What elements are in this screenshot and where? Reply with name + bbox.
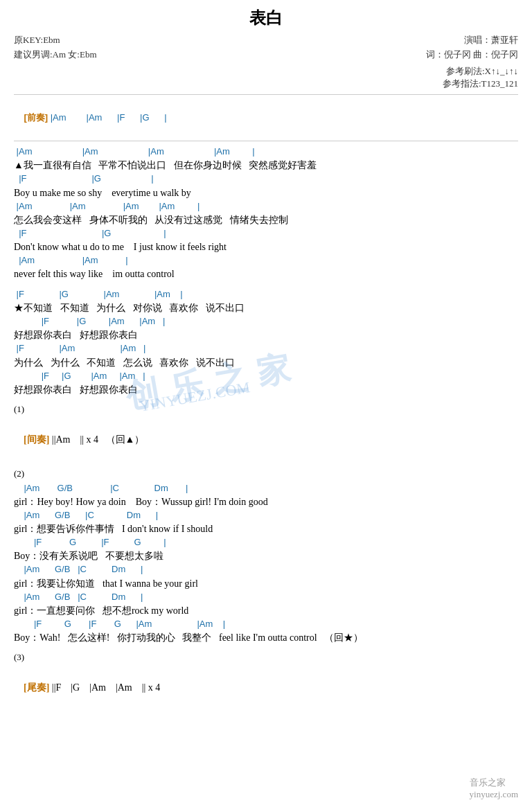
divider2 bbox=[14, 141, 518, 141]
v1-lyric5: never felt this way like im outta contro… bbox=[14, 267, 518, 281]
prelude-label: [前奏] bbox=[24, 112, 48, 123]
bottom-brand: 音乐之家 yinyuezj.com bbox=[470, 777, 518, 800]
prelude-chords: |Am |Am |F |G | bbox=[48, 112, 166, 123]
brand-line2: yinyuezj.com bbox=[470, 789, 518, 800]
v1-chord4: |F |G | bbox=[14, 227, 518, 240]
v2-chord1: |Am G/B |C Dm | bbox=[14, 482, 518, 495]
v2-lyric6: Boy：Wah! 怎么这样! 你打动我的心 我整个 feel like I'm … bbox=[14, 630, 518, 645]
cho-lyric2: 好想跟你表白 好想跟你表白 bbox=[14, 328, 518, 342]
v1-chord1: |Am |Am |Am |Am | bbox=[14, 145, 518, 158]
v2-chord2: |Am G/B |C Dm | bbox=[14, 509, 518, 522]
header-left: 原KEY:Ebm 建议男调:Am 女:Ebm bbox=[14, 33, 97, 62]
cho-chord4: |F |G |Am |Am | bbox=[14, 370, 518, 382]
lyricist-label: 词：倪子冈 曲：倪子冈 bbox=[426, 48, 518, 62]
v1-chord5: |Am |Am | bbox=[14, 254, 518, 267]
interlude-chords: ||Am || x 4 （回▲） bbox=[49, 434, 144, 445]
ref-box: 参考刷法:X↑↓_↓↑↓ 参考指法:T123_121 bbox=[14, 65, 518, 90]
verse2-section: (2) |Am G/B |C Dm | girl：Hey boy! How ya… bbox=[14, 468, 518, 645]
cho-chord3: |F |Am |Am | bbox=[14, 342, 518, 355]
v1-chord3: |Am |Am |Am |Am | bbox=[14, 200, 518, 213]
v2-chord5: |Am G/B |C Dm | bbox=[14, 591, 518, 603]
v2-lyric3: Boy：没有关系说吧 不要想太多啦 bbox=[14, 549, 518, 563]
outro-label: [尾奏] bbox=[24, 682, 49, 693]
cho-lyric3: 为什么 为什么 不知道 怎么说 喜欢你 说不出口 bbox=[14, 355, 518, 370]
header-area: 原KEY:Ebm 建议男调:Am 女:Ebm 演唱：萧亚轩 词：倪子冈 曲：倪子… bbox=[14, 33, 518, 62]
v1-lyric1: ▲我一直很有自信 平常不怕说出口 但在你身边时候 突然感觉好害羞 bbox=[14, 158, 518, 172]
prelude-line: [前奏] |Am |Am |F |G | bbox=[14, 99, 518, 137]
outro-num: (3) bbox=[14, 652, 518, 663]
v2-lyric1: girl：Hey boy! How ya doin Boy：Wussup gir… bbox=[14, 495, 518, 509]
v1-lyric2: Boy u make me so shy everytime u walk by bbox=[14, 186, 518, 200]
v1-lyric3: 怎么我会变这样 身体不听我的 从没有过这感觉 情绪失去控制 bbox=[14, 213, 518, 227]
outro-chords: ||F |G |Am |Am || x 4 bbox=[49, 682, 160, 693]
v2-chord3: |F G |F G | bbox=[14, 536, 518, 549]
cho-chord1: |F |G |Am |Am | bbox=[14, 288, 518, 301]
v2-lyric5: girl：一直想要问你 想不想rock my world bbox=[14, 603, 518, 618]
v2-chord4: |Am G/B |C Dm | bbox=[14, 563, 518, 576]
prelude-section: [前奏] |Am |Am |F |G | bbox=[14, 99, 518, 137]
ref-finger: 参考指法:T123_121 bbox=[14, 78, 518, 90]
verse2-num: (2) bbox=[14, 468, 518, 479]
brand-line1: 音乐之家 bbox=[470, 777, 518, 789]
cho-chord2: |F |G |Am |Am | bbox=[14, 315, 518, 328]
divider bbox=[14, 94, 518, 95]
chorus-section: |F |G |Am |Am | ★不知道 不知道 为什么 对你说 喜欢你 说不出… bbox=[14, 288, 518, 397]
singer-label: 演唱：萧亚轩 bbox=[426, 33, 518, 48]
interlude-line: [间奏] ||Am || x 4 （回▲） bbox=[14, 418, 518, 461]
ref-strum: 参考刷法:X↑↓_↓↑↓ bbox=[14, 65, 518, 78]
interlude-section: (1) [间奏] ||Am || x 4 （回▲） bbox=[14, 404, 518, 461]
v2-lyric2: girl：想要告诉你件事情 I don't know if I should bbox=[14, 522, 518, 536]
interlude-label: [间奏] bbox=[24, 434, 49, 445]
v1-lyric4: Don't know what u do to me I just know i… bbox=[14, 240, 518, 254]
outro-line: [尾奏] ||F |G |Am |Am || x 4 bbox=[14, 666, 518, 709]
v2-chord6: |F G |F G |Am |Am | bbox=[14, 618, 518, 630]
suggestion-label: 建议男调:Am 女:Ebm bbox=[14, 48, 97, 62]
interlude-num: (1) bbox=[14, 404, 518, 415]
outro-section: (3) [尾奏] ||F |G |Am |Am || x 4 bbox=[14, 652, 518, 709]
v1-chord2: |F |G | bbox=[14, 172, 518, 185]
cho-lyric4: 好想跟你表白 好想跟你表白 bbox=[14, 382, 518, 397]
verse1-section: |Am |Am |Am |Am | ▲我一直很有自信 平常不怕说出口 但在你身边… bbox=[14, 145, 518, 281]
v2-lyric4: girl：我要让你知道 that I wanna be your girl bbox=[14, 576, 518, 591]
title: 表白 bbox=[14, 7, 518, 29]
cho-lyric1: ★不知道 不知道 为什么 对你说 喜欢你 说不出口 bbox=[14, 301, 518, 315]
header-right: 演唱：萧亚轩 词：倪子冈 曲：倪子冈 bbox=[426, 33, 518, 62]
key-label: 原KEY:Ebm bbox=[14, 33, 97, 48]
